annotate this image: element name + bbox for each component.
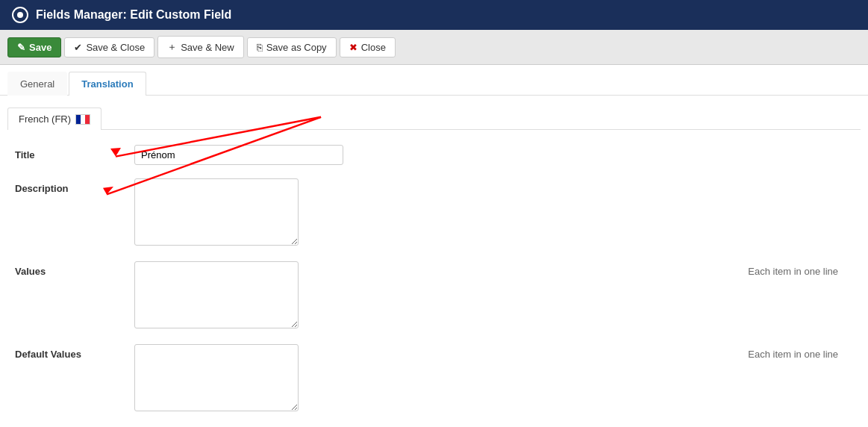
tab-bar: General Translation [0,65,868,96]
title-input-wrap [134,145,853,165]
values-textarea[interactable] [134,261,299,328]
save-close-button[interactable]: ✔ Save & Close [64,37,154,57]
description-field-row: Description [7,178,861,248]
close-icon: ✖ [349,42,357,53]
lang-tab-french[interactable]: French (FR) [7,107,102,130]
default-values-input-wrap [134,344,748,414]
title-field-row: Title [7,145,861,165]
values-input-wrap [134,261,748,331]
save-icon: ✎ [17,42,25,53]
copy-icon: ⎘ [257,42,263,53]
description-input-wrap [134,178,853,248]
tab-translation[interactable]: Translation [69,72,146,96]
description-textarea[interactable] [134,178,299,246]
default-values-textarea[interactable] [134,344,299,411]
values-label: Values [15,261,134,277]
language-tab-bar: French (FR) [7,107,861,130]
save-new-button[interactable]: ＋ Save & New [157,36,244,58]
content-area: French (FR) Title Description Values Eac… [0,96,868,427]
default-values-label: Default Values [15,344,134,360]
title-input[interactable] [134,145,343,165]
app-icon [12,7,28,23]
save-copy-button[interactable]: ⎘ Save as Copy [247,37,337,57]
title-label: Title [15,145,134,160]
save-button[interactable]: ✎ Save [7,37,61,57]
default-values-field-row: Default Values Each item in one line [7,344,861,414]
values-field-row: Values Each item in one line [7,261,861,331]
description-label: Description [15,178,134,194]
french-flag-icon [75,114,90,125]
title-bar: Fields Manager: Edit Custom Field [0,0,868,30]
values-hint: Each item in one line [748,261,853,277]
plus-icon: ＋ [167,40,177,54]
page-title: Fields Manager: Edit Custom Field [36,8,231,22]
toolbar: ✎ Save ✔ Save & Close ＋ Save & New ⎘ Sav… [0,30,868,65]
tab-general[interactable]: General [7,72,67,96]
lang-label: French (FR) [19,113,71,125]
checkmark-icon: ✔ [74,42,82,53]
close-button[interactable]: ✖ Close [340,37,396,57]
default-values-hint: Each item in one line [748,344,853,360]
